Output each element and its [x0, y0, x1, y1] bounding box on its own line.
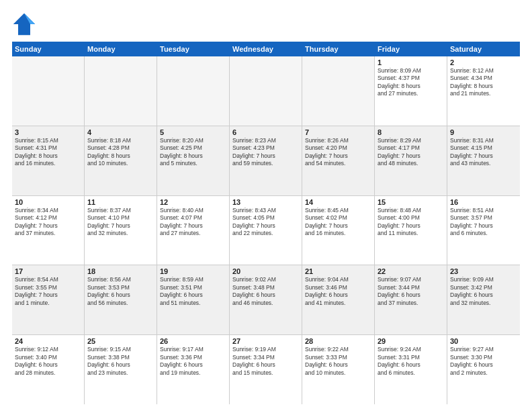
day-info: Sunrise: 9:12 AM Sunset: 3:40 PM Dayligh… [15, 346, 81, 377]
day-info: Sunrise: 8:12 AM Sunset: 4:34 PM Dayligh… [450, 67, 517, 98]
day-info: Sunrise: 9:04 AM Sunset: 3:46 PM Dayligh… [305, 276, 371, 307]
calendar-day-cell: 1Sunrise: 8:09 AM Sunset: 4:37 PM Daylig… [375, 56, 447, 126]
calendar-day-cell: 14Sunrise: 8:45 AM Sunset: 4:02 PM Dayli… [302, 196, 375, 265]
calendar-day-cell: 19Sunrise: 8:59 AM Sunset: 3:51 PM Dayli… [157, 265, 230, 334]
day-info: Sunrise: 9:15 AM Sunset: 3:38 PM Dayligh… [87, 346, 154, 377]
calendar-day-cell [85, 56, 157, 126]
day-info: Sunrise: 8:23 AM Sunset: 4:23 PM Dayligh… [232, 137, 299, 168]
day-info: Sunrise: 9:24 AM Sunset: 3:31 PM Dayligh… [378, 346, 444, 377]
day-info: Sunrise: 8:15 AM Sunset: 4:31 PM Dayligh… [15, 137, 81, 168]
day-of-week-header: Thursday [302, 42, 375, 56]
day-number: 18 [87, 267, 154, 275]
day-number: 26 [160, 337, 226, 345]
day-info: Sunrise: 8:29 AM Sunset: 4:17 PM Dayligh… [378, 137, 444, 168]
day-number: 25 [87, 337, 154, 345]
day-number: 4 [87, 128, 154, 136]
calendar-day-cell: 24Sunrise: 9:12 AM Sunset: 3:40 PM Dayli… [12, 335, 85, 404]
day-info: Sunrise: 9:07 AM Sunset: 3:44 PM Dayligh… [378, 276, 444, 307]
day-info: Sunrise: 8:48 AM Sunset: 4:00 PM Dayligh… [378, 207, 444, 238]
calendar-day-cell: 7Sunrise: 8:26 AM Sunset: 4:20 PM Daylig… [302, 126, 375, 195]
calendar-day-cell: 27Sunrise: 9:19 AM Sunset: 3:34 PM Dayli… [230, 335, 302, 404]
day-info: Sunrise: 8:09 AM Sunset: 4:37 PM Dayligh… [378, 67, 444, 98]
day-of-week-header: Sunday [12, 42, 85, 56]
calendar-day-cell: 6Sunrise: 8:23 AM Sunset: 4:23 PM Daylig… [230, 126, 302, 195]
day-info: Sunrise: 8:45 AM Sunset: 4:02 PM Dayligh… [305, 207, 371, 238]
logo [12, 12, 39, 36]
calendar-day-cell: 20Sunrise: 9:02 AM Sunset: 3:48 PM Dayli… [230, 265, 302, 334]
calendar-day-cell [157, 56, 230, 126]
day-number: 20 [232, 267, 299, 275]
day-info: Sunrise: 8:54 AM Sunset: 3:55 PM Dayligh… [15, 276, 81, 307]
calendar-week-row: 3Sunrise: 8:15 AM Sunset: 4:31 PM Daylig… [12, 126, 520, 196]
day-number: 9 [450, 128, 517, 136]
calendar-day-cell: 3Sunrise: 8:15 AM Sunset: 4:31 PM Daylig… [12, 126, 85, 195]
calendar-day-cell: 21Sunrise: 9:04 AM Sunset: 3:46 PM Dayli… [302, 265, 375, 334]
day-number: 14 [305, 198, 371, 206]
day-info: Sunrise: 9:17 AM Sunset: 3:36 PM Dayligh… [160, 346, 226, 377]
calendar-day-cell: 4Sunrise: 8:18 AM Sunset: 4:28 PM Daylig… [85, 126, 157, 195]
day-of-week-header: Monday [85, 42, 157, 56]
day-number: 13 [232, 198, 299, 206]
day-number: 6 [232, 128, 299, 136]
day-number: 19 [160, 267, 226, 275]
day-info: Sunrise: 8:31 AM Sunset: 4:15 PM Dayligh… [450, 137, 517, 168]
day-number: 23 [450, 267, 517, 275]
day-number: 30 [450, 337, 517, 345]
calendar-day-cell: 5Sunrise: 8:20 AM Sunset: 4:25 PM Daylig… [157, 126, 230, 195]
day-number: 11 [87, 198, 154, 206]
day-number: 24 [15, 337, 81, 345]
day-number: 16 [450, 198, 517, 206]
day-info: Sunrise: 8:43 AM Sunset: 4:05 PM Dayligh… [232, 207, 299, 238]
day-number: 28 [305, 337, 371, 345]
day-info: Sunrise: 8:26 AM Sunset: 4:20 PM Dayligh… [305, 137, 371, 168]
calendar-day-cell: 10Sunrise: 8:34 AM Sunset: 4:12 PM Dayli… [12, 196, 85, 265]
calendar-week-row: 17Sunrise: 8:54 AM Sunset: 3:55 PM Dayli… [12, 265, 520, 335]
day-number: 10 [15, 198, 81, 206]
day-number: 15 [378, 198, 444, 206]
day-number: 21 [305, 267, 371, 275]
calendar-day-cell: 26Sunrise: 9:17 AM Sunset: 3:36 PM Dayli… [157, 335, 230, 404]
page-header [12, 12, 520, 36]
calendar-day-cell: 11Sunrise: 8:37 AM Sunset: 4:10 PM Dayli… [85, 196, 157, 265]
logo-icon [12, 12, 36, 36]
day-of-week-header: Saturday [447, 42, 520, 56]
calendar-week-row: 1Sunrise: 8:09 AM Sunset: 4:37 PM Daylig… [12, 56, 520, 126]
calendar-header: SundayMondayTuesdayWednesdayThursdayFrid… [12, 42, 520, 56]
day-info: Sunrise: 8:20 AM Sunset: 4:25 PM Dayligh… [160, 137, 226, 168]
calendar-body: 1Sunrise: 8:09 AM Sunset: 4:37 PM Daylig… [12, 56, 520, 404]
calendar-day-cell: 22Sunrise: 9:07 AM Sunset: 3:44 PM Dayli… [375, 265, 447, 334]
calendar-day-cell [230, 56, 302, 126]
calendar-day-cell: 13Sunrise: 8:43 AM Sunset: 4:05 PM Dayli… [230, 196, 302, 265]
calendar-day-cell [302, 56, 375, 126]
day-info: Sunrise: 9:02 AM Sunset: 3:48 PM Dayligh… [232, 276, 299, 307]
calendar-day-cell: 25Sunrise: 9:15 AM Sunset: 3:38 PM Dayli… [85, 335, 157, 404]
calendar-day-cell: 30Sunrise: 9:27 AM Sunset: 3:30 PM Dayli… [447, 335, 520, 404]
day-number: 5 [160, 128, 226, 136]
day-number: 17 [15, 267, 81, 275]
day-info: Sunrise: 8:18 AM Sunset: 4:28 PM Dayligh… [87, 137, 154, 168]
calendar-day-cell: 9Sunrise: 8:31 AM Sunset: 4:15 PM Daylig… [447, 126, 520, 195]
day-number: 7 [305, 128, 371, 136]
day-info: Sunrise: 9:22 AM Sunset: 3:33 PM Dayligh… [305, 346, 371, 377]
day-info: Sunrise: 9:27 AM Sunset: 3:30 PM Dayligh… [450, 346, 517, 377]
day-info: Sunrise: 8:51 AM Sunset: 3:57 PM Dayligh… [450, 207, 517, 238]
calendar-day-cell: 28Sunrise: 9:22 AM Sunset: 3:33 PM Dayli… [302, 335, 375, 404]
calendar-day-cell: 2Sunrise: 8:12 AM Sunset: 4:34 PM Daylig… [447, 56, 520, 126]
day-info: Sunrise: 8:34 AM Sunset: 4:12 PM Dayligh… [15, 207, 81, 238]
calendar-week-row: 10Sunrise: 8:34 AM Sunset: 4:12 PM Dayli… [12, 196, 520, 266]
day-number: 29 [378, 337, 444, 345]
day-info: Sunrise: 8:40 AM Sunset: 4:07 PM Dayligh… [160, 207, 226, 238]
calendar-day-cell: 8Sunrise: 8:29 AM Sunset: 4:17 PM Daylig… [375, 126, 447, 195]
day-number: 27 [232, 337, 299, 345]
calendar-day-cell: 23Sunrise: 9:09 AM Sunset: 3:42 PM Dayli… [447, 265, 520, 334]
calendar-day-cell: 17Sunrise: 8:54 AM Sunset: 3:55 PM Dayli… [12, 265, 85, 334]
day-number: 8 [378, 128, 444, 136]
calendar-day-cell: 15Sunrise: 8:48 AM Sunset: 4:00 PM Dayli… [375, 196, 447, 265]
day-info: Sunrise: 8:37 AM Sunset: 4:10 PM Dayligh… [87, 207, 154, 238]
day-number: 12 [160, 198, 226, 206]
day-number: 1 [378, 58, 444, 66]
calendar-day-cell: 18Sunrise: 8:56 AM Sunset: 3:53 PM Dayli… [85, 265, 157, 334]
day-of-week-header: Friday [375, 42, 447, 56]
calendar-day-cell: 16Sunrise: 8:51 AM Sunset: 3:57 PM Dayli… [447, 196, 520, 265]
calendar: SundayMondayTuesdayWednesdayThursdayFrid… [12, 42, 520, 404]
